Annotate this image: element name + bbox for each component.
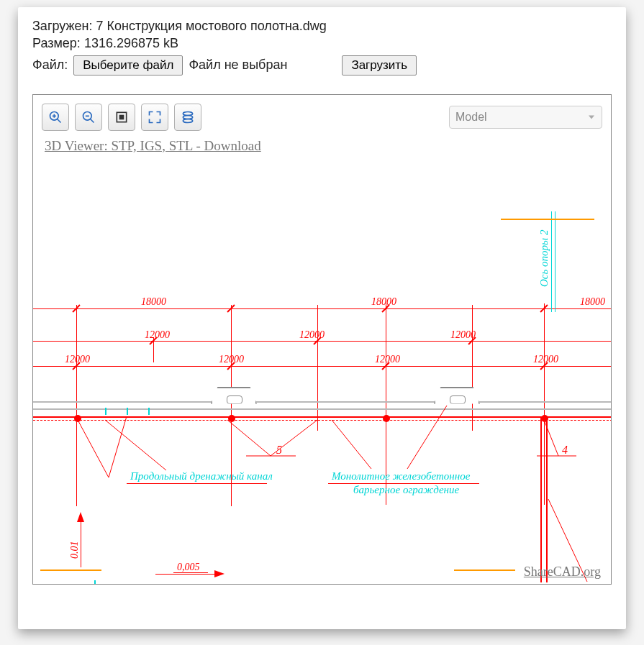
svg-line-19 — [407, 406, 447, 469]
size-value: 1316.296875 kB — [84, 36, 178, 50]
watermark: ShareCAD.org — [524, 564, 601, 580]
leader-4: 4 — [562, 444, 568, 457]
svg-line-17 — [105, 420, 166, 470]
layers-button[interactable] — [174, 104, 201, 131]
promo-link: 3D Viewer: STP, IGS, STL - Download — [33, 134, 611, 161]
toolbar: Model — [33, 95, 611, 134]
svg-line-12 — [78, 420, 109, 477]
drawing-canvas[interactable]: 18000 18000 18000 12000 12000 12000 1200… — [33, 161, 611, 584]
header: Загружен: 7 Конструкция мостового полотн… — [18, 7, 626, 80]
choose-file-button[interactable]: Выберите файл — [73, 55, 183, 76]
anno-right-2: барьерное ограждение — [353, 484, 459, 496]
loaded-label: Загружен: — [32, 19, 92, 33]
file-label: Файл: — [32, 56, 68, 73]
upload-button[interactable]: Загрузить — [342, 55, 417, 76]
promo-link-anchor[interactable]: 3D Viewer: STP, IGS, STL - Download — [45, 138, 261, 153]
svg-line-1 — [58, 119, 61, 122]
layers-icon — [181, 110, 195, 124]
fit-icon — [148, 110, 162, 124]
anno-right-1: Монолитное железобетонное — [332, 470, 470, 482]
scale-h: 0,005 — [177, 562, 200, 573]
view-select[interactable]: Model — [449, 106, 602, 129]
loaded-line: Загружен: 7 Конструкция мостового полотн… — [32, 17, 612, 35]
zoom-window-button[interactable] — [108, 104, 135, 131]
fit-to-screen-button[interactable] — [141, 104, 168, 131]
zoom-out-icon — [81, 110, 96, 124]
scale-v: 0.01 — [69, 541, 81, 559]
no-file-text: Файл не выбран — [189, 56, 287, 73]
view-selected-value: Model — [455, 111, 487, 124]
svg-line-14 — [227, 420, 271, 456]
viewer-frame: Model 3D Viewer: STP, IGS, STL - Downloa… — [32, 94, 612, 585]
loaded-file: 7 Конструкция мостового полотна.dwg — [96, 19, 326, 33]
file-row: Файл: Выберите файл Файл не выбран Загру… — [32, 55, 612, 76]
zoom-in-button[interactable] — [42, 104, 69, 131]
size-line: Размер: 1316.296875 kB — [32, 35, 612, 52]
size-label: Размер: — [32, 36, 81, 50]
zoom-window-icon — [114, 110, 129, 124]
app-window: Загружен: 7 Конструкция мостового полотн… — [18, 7, 626, 629]
leader-5: 5 — [276, 444, 282, 457]
svg-line-5 — [91, 119, 94, 122]
svg-rect-8 — [119, 114, 124, 119]
svg-line-18 — [332, 420, 371, 469]
zoom-in-icon — [48, 110, 63, 124]
anno-left: Продольный дренажный канал — [130, 470, 273, 482]
svg-line-20 — [544, 420, 558, 456]
svg-point-11 — [183, 119, 192, 122]
zoom-out-button[interactable] — [75, 104, 102, 131]
